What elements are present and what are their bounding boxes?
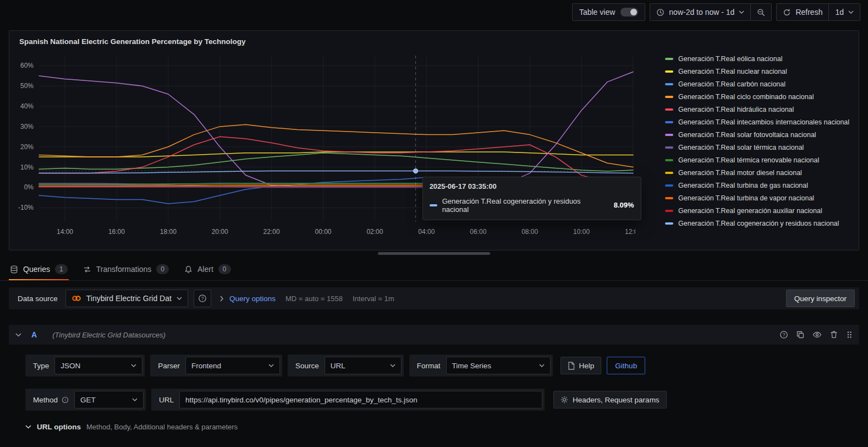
interval-text: Interval = 1m xyxy=(353,295,394,303)
legend-series-label: Generación T.Real nuclear nacional xyxy=(678,68,787,75)
query-card-a: A (Tinybird Electric Grid Datasources) ? xyxy=(9,325,859,431)
legend-series-swatch xyxy=(665,96,673,98)
chart-plot[interactable]: -10%0%10%20%30%40%50%60%14:0016:0018:002… xyxy=(14,51,641,243)
hide-query-icon[interactable] xyxy=(812,330,822,339)
url-options-toggle[interactable]: URL options Method, Body, Additional hea… xyxy=(25,423,859,431)
legend-item[interactable]: Generación T.Real cogeneración y residuo… xyxy=(665,217,854,230)
query-card-actions: ? xyxy=(779,330,853,339)
tab-alert[interactable]: Alert 0 xyxy=(183,258,232,280)
timeseries-panel: Spanish National Electric Generation Per… xyxy=(9,30,859,250)
tinybird-logo-icon xyxy=(72,295,81,302)
bell-icon xyxy=(184,265,193,274)
query-ref-id[interactable]: A xyxy=(31,330,37,339)
legend-item[interactable]: Generación T.Real turbina de gas naciona… xyxy=(665,179,854,192)
tooltip-value: 8.09% xyxy=(606,201,634,209)
legend-series-label: Generación T.Real intecambios internacio… xyxy=(678,118,849,126)
url-input[interactable] xyxy=(179,391,542,408)
svg-text:02:00: 02:00 xyxy=(366,228,383,236)
datasource-label: Data source xyxy=(18,295,58,303)
legend-item[interactable]: Generación T.Real generación auxiliar na… xyxy=(665,204,854,217)
table-view-toggle[interactable] xyxy=(620,8,638,17)
drag-handle-icon[interactable] xyxy=(846,330,853,339)
svg-text:?: ? xyxy=(201,296,204,301)
help-button[interactable]: Help xyxy=(561,357,602,374)
svg-text:12:00: 12:00 xyxy=(625,228,635,236)
svg-text:60%: 60% xyxy=(20,62,34,69)
format-select[interactable]: Time Series xyxy=(446,357,551,374)
datasource-picker[interactable]: Tinybird Electric Grid Dat xyxy=(65,290,188,307)
collapse-query-icon[interactable] xyxy=(15,333,21,337)
svg-text:-10%: -10% xyxy=(18,204,34,211)
editor-row-2: Method i GET URL Headers, Request pa xyxy=(25,389,859,411)
legend-item[interactable]: Generación T.Real turbina de vapor nacio… xyxy=(665,192,854,204)
document-icon xyxy=(568,362,575,370)
legend-series-swatch xyxy=(665,108,673,111)
method-select[interactable]: GET xyxy=(74,391,144,408)
legend-item[interactable]: Generación T.Real carbón nacional xyxy=(665,78,854,90)
time-range-picker[interactable]: now-2d to now - 1d xyxy=(650,3,751,21)
duplicate-query-icon[interactable] xyxy=(796,330,805,339)
type-select[interactable]: JSON xyxy=(54,357,142,374)
format-value: Time Series xyxy=(452,362,492,370)
svg-text:10%: 10% xyxy=(20,163,34,171)
legend-series-swatch xyxy=(665,134,673,136)
svg-text:20%: 20% xyxy=(20,143,34,151)
refresh-button[interactable]: Refresh xyxy=(776,3,829,21)
help-circle-icon: ? xyxy=(198,294,207,303)
query-options-toggle[interactable]: Query options xyxy=(229,295,276,303)
source-label: Source xyxy=(290,362,325,370)
refresh-interval-dropdown[interactable]: 1d xyxy=(829,3,860,21)
legend-item[interactable]: Generación T.Real intecambios internacio… xyxy=(665,116,854,128)
legend-item[interactable]: Generación T.Real hidráulica nacional xyxy=(665,103,854,116)
datasource-help-button[interactable]: ? xyxy=(194,290,211,307)
url-options-hint: Method, Body, Additional headers & param… xyxy=(86,423,238,431)
query-card-header: A (Tinybird Electric Grid Datasources) ? xyxy=(9,325,859,345)
panel-title[interactable]: Spanish National Electric Generation Per… xyxy=(14,34,854,51)
help-button-label: Help xyxy=(579,362,595,370)
legend-series-label: Generación T.Real solar térmica nacional xyxy=(678,144,804,151)
chart-legend: Generación T.Real eólica nacionalGenerac… xyxy=(641,52,854,243)
source-field: Source URL xyxy=(288,355,404,377)
chevron-down-icon xyxy=(268,364,274,367)
svg-text:04:00: 04:00 xyxy=(418,228,435,236)
tab-transformations[interactable]: Transformations 0 xyxy=(82,258,170,280)
query-datasource-hint: (Tinybird Electric Grid Datasources) xyxy=(52,331,166,339)
svg-text:?: ? xyxy=(783,332,785,337)
svg-text:22:00: 22:00 xyxy=(263,228,280,236)
legend-series-swatch xyxy=(665,222,673,225)
query-help-icon[interactable]: ? xyxy=(779,330,788,339)
legend-series-swatch xyxy=(665,172,673,174)
tab-queries[interactable]: Queries 1 xyxy=(9,258,69,280)
legend-series-label: Generación T.Real motor diesel nacional xyxy=(678,169,802,177)
clock-icon xyxy=(656,8,664,17)
source-select[interactable]: URL xyxy=(325,357,402,374)
parser-field: Parser Frontend xyxy=(150,355,282,377)
svg-text:20:00: 20:00 xyxy=(212,228,228,236)
tooltip-timestamp: 2025-06-17 03:35:00 xyxy=(423,177,641,193)
method-label: Method i xyxy=(28,396,74,404)
legend-item[interactable]: Generación T.Real ciclo combinado nacion… xyxy=(665,90,854,103)
parser-select[interactable]: Frontend xyxy=(185,357,280,374)
info-circle-icon: i xyxy=(62,396,69,404)
query-editor-body: Type JSON Parser Frontend Source URL xyxy=(9,345,859,431)
tab-transformations-count: 0 xyxy=(156,264,169,274)
legend-item[interactable]: Generación T.Real térmica renovable naci… xyxy=(665,154,854,166)
svg-text:40%: 40% xyxy=(20,102,34,110)
legend-item[interactable]: Generación T.Real solar fotovoltaica nac… xyxy=(665,128,854,141)
scrollbar-thumb[interactable] xyxy=(378,252,490,255)
query-inspector-button[interactable]: Query inspector xyxy=(786,290,855,307)
legend-item[interactable]: Generación T.Real solar térmica nacional xyxy=(665,141,854,154)
type-value: JSON xyxy=(61,362,80,370)
table-view-label: Table view xyxy=(579,8,615,17)
headers-params-button[interactable]: Headers, Request params xyxy=(553,391,667,408)
legend-item[interactable]: Generación T.Real motor diesel nacional xyxy=(665,166,854,179)
github-button[interactable]: Github xyxy=(607,357,645,374)
svg-text:00:00: 00:00 xyxy=(315,228,331,236)
svg-text:14:00: 14:00 xyxy=(57,228,73,236)
zoom-out-button[interactable] xyxy=(751,3,772,21)
legend-series-swatch xyxy=(665,146,673,149)
svg-text:10:00: 10:00 xyxy=(573,228,590,236)
legend-item[interactable]: Generación T.Real eólica nacional xyxy=(665,52,854,65)
delete-query-icon[interactable] xyxy=(829,330,838,339)
legend-item[interactable]: Generación T.Real nuclear nacional xyxy=(665,65,854,78)
